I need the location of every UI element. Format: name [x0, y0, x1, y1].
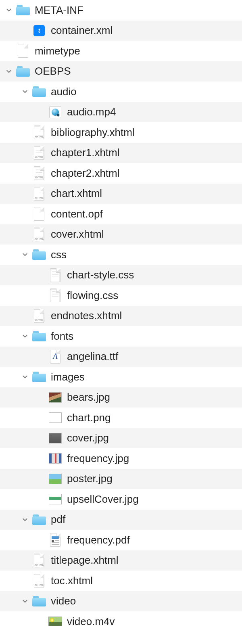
folder-icon [16, 3, 30, 17]
tree-file-row[interactable]: audio.mp4 [0, 102, 242, 123]
xhtml-file-icon: XHTML [32, 166, 46, 180]
tree-item-label: poster.jpg [67, 473, 113, 485]
tree-item-label: chapter2.xhtml [51, 167, 120, 180]
tree-file-row[interactable]: Aangelina.ttf [0, 347, 242, 367]
disclosure-chevron-icon[interactable] [21, 88, 29, 96]
tree-item-label: chart.png [67, 412, 111, 424]
xhtml-file-icon: XHTML [32, 228, 46, 241]
tree-file-row[interactable]: XHTMLchart.xhtml [0, 184, 242, 204]
tree-item-label: angelina.ttf [67, 350, 118, 363]
tree-folder-row[interactable]: audio [0, 82, 242, 102]
tree-file-row[interactable]: flowing.css [0, 285, 242, 306]
tree-item-label: container.xml [51, 24, 113, 37]
tree-item-label: chart.xhtml [51, 187, 102, 200]
tree-item-label: upsellCover.jpg [67, 493, 139, 506]
image-thumbnail-icon [48, 452, 62, 465]
tree-file-row[interactable]: XHTMLtitlepage.xhtml [0, 550, 242, 571]
tree-item-label: css [51, 249, 67, 261]
xhtml-file-icon: XHTML [32, 309, 46, 323]
tree-item-label: fonts [51, 330, 73, 343]
tree-item-label: chapter1.xhtml [51, 146, 120, 159]
tree-file-row[interactable]: XHTMLcover.xhtml [0, 224, 242, 245]
tree-item-label: bibliography.xhtml [51, 126, 135, 139]
disclosure-chevron-icon[interactable] [21, 373, 29, 381]
disclosure-chevron-icon[interactable] [21, 597, 29, 605]
tree-folder-row[interactable]: META-INF [0, 0, 242, 21]
tree-file-row[interactable]: XHTMLbibliography.xhtml [0, 122, 242, 143]
xhtml-file-icon: XHTML [32, 146, 46, 160]
tree-item-label: cover.xhtml [51, 228, 104, 240]
tree-item-label: mimetype [35, 45, 80, 57]
xhtml-file-icon: XHTML [32, 574, 46, 588]
font-file-icon: A [48, 350, 62, 364]
tree-file-row[interactable]: cover.jpg [0, 428, 242, 449]
quicktime-file-icon [48, 105, 62, 119]
tree-folder-row[interactable]: OEBPS [0, 61, 242, 82]
tree-item-label: chart-style.css [67, 269, 134, 281]
tree-file-row[interactable]: chart.png [0, 408, 242, 428]
tree-file-row[interactable]: bears.jpg [0, 387, 242, 408]
folder-icon [32, 594, 46, 608]
pdf-file-icon [48, 533, 62, 547]
tree-item-label: toc.xhtml [51, 575, 93, 587]
tree-item-label: endnotes.xhtml [51, 309, 122, 322]
tree-file-row[interactable]: video.m4v [0, 611, 242, 632]
xhtml-file-icon: XHTML [32, 125, 46, 139]
css-file-icon [48, 268, 62, 282]
video-thumbnail-icon [48, 615, 62, 628]
tree-file-row[interactable]: upsellCover.jpg [0, 489, 242, 510]
tree-folder-row[interactable]: fonts [0, 326, 242, 347]
tree-folder-row[interactable]: video [0, 591, 242, 612]
folder-icon [32, 248, 46, 261]
disclosure-chevron-icon[interactable] [5, 6, 13, 14]
folder-icon [32, 513, 46, 527]
tree-file-row[interactable]: frequency.jpg [0, 448, 242, 469]
tree-item-label: frequency.pdf [67, 534, 130, 546]
tree-file-row[interactable]: XHTMLchapter2.xhtml [0, 163, 242, 184]
folder-icon [32, 370, 46, 384]
image-thumbnail-icon [48, 411, 62, 424]
tree-item-label: bears.jpg [67, 391, 110, 404]
image-thumbnail-icon [48, 472, 62, 486]
css-file-icon [48, 289, 62, 302]
tree-item-label: video [51, 595, 76, 607]
disclosure-chevron-icon[interactable] [21, 516, 29, 524]
generic-file-icon [32, 207, 46, 221]
tree-item-label: pdf [51, 513, 65, 526]
image-thumbnail-icon [48, 492, 62, 506]
tree-folder-row[interactable]: pdf [0, 510, 242, 530]
tree-item-label: META-INF [35, 4, 83, 17]
tree-file-row[interactable]: XHTMLendnotes.xhtml [0, 306, 242, 326]
tree-item-label: cover.jpg [67, 432, 109, 444]
tree-item-label: titlepage.xhtml [51, 554, 119, 567]
tree-file-row[interactable]: mimetype [0, 41, 242, 61]
tree-item-label: images [51, 371, 85, 383]
tree-file-row[interactable]: poster.jpg [0, 469, 242, 489]
tree-folder-row[interactable]: images [0, 367, 242, 387]
image-thumbnail-icon [48, 431, 62, 445]
tree-file-row[interactable]: tcontainer.xml [0, 21, 242, 41]
tree-folder-row[interactable]: css [0, 245, 242, 265]
xhtml-file-icon: XHTML [32, 554, 46, 567]
folder-icon [32, 329, 46, 343]
tree-file-row[interactable]: XHTMLchapter1.xhtml [0, 143, 242, 163]
disclosure-chevron-icon[interactable] [21, 251, 29, 259]
tree-item-label: frequency.jpg [67, 452, 129, 465]
xhtml-file-icon: XHTML [32, 187, 46, 201]
folder-icon [32, 85, 46, 98]
xml-file-icon: t [32, 24, 46, 38]
tree-item-label: content.opf [51, 208, 103, 220]
tree-item-label: flowing.css [67, 289, 118, 302]
tree-file-row[interactable]: content.opf [0, 204, 242, 224]
tree-item-label: audio.mp4 [67, 106, 116, 118]
tree-file-row[interactable]: frequency.pdf [0, 530, 242, 550]
tree-item-label: OEBPS [35, 65, 71, 77]
generic-file-icon [16, 44, 30, 58]
tree-item-label: video.m4v [67, 615, 115, 628]
file-tree: META-INFtcontainer.xmlmimetypeOEBPSaudio… [0, 0, 242, 632]
disclosure-chevron-icon[interactable] [21, 332, 29, 340]
tree-file-row[interactable]: chart-style.css [0, 265, 242, 286]
disclosure-chevron-icon[interactable] [5, 67, 13, 75]
tree-file-row[interactable]: XHTMLtoc.xhtml [0, 571, 242, 591]
image-thumbnail-icon [48, 391, 62, 404]
